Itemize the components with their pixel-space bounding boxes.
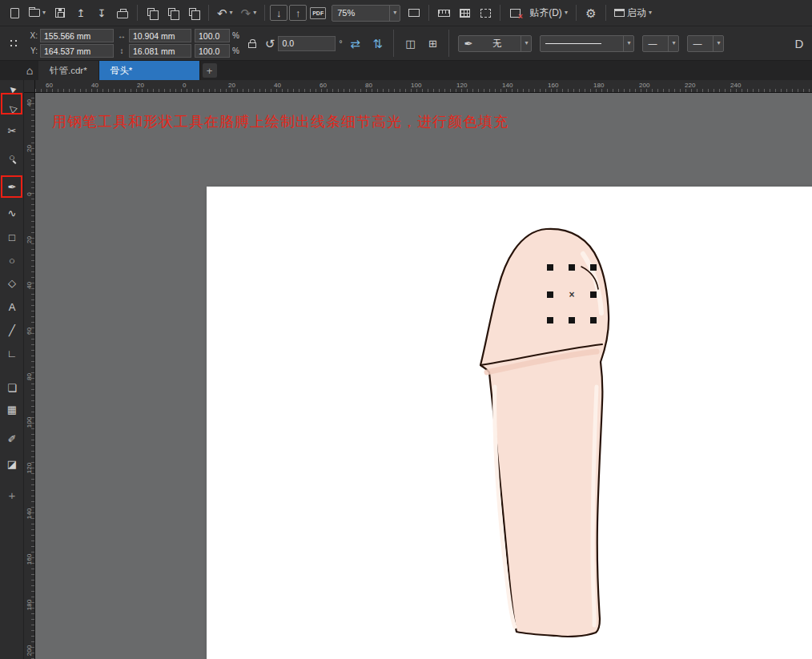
show-grid-button[interactable] bbox=[455, 2, 474, 23]
selection-handle[interactable] bbox=[547, 291, 553, 298]
crop-tool-icon: ✂ bbox=[8, 126, 17, 136]
selection-handle[interactable] bbox=[590, 291, 597, 298]
separator bbox=[428, 5, 429, 21]
crop-tool[interactable]: ✂ bbox=[0, 122, 24, 139]
copy-button[interactable] bbox=[163, 2, 183, 23]
selection-handle[interactable] bbox=[569, 264, 575, 271]
zoom-level-select[interactable]: 75%▾ bbox=[332, 5, 400, 22]
ruler-label: 20 bbox=[228, 82, 235, 89]
selection-handle[interactable] bbox=[547, 264, 553, 271]
drawing-canvas[interactable]: 用钢笔工具和形状工具在胳膊上绘制出线条细节高光，进行颜色填充 bbox=[35, 93, 812, 659]
end-arrowhead-value: — bbox=[693, 38, 701, 48]
ellipse-tool[interactable]: ○ bbox=[0, 251, 24, 269]
text-wrap-button[interactable]: D bbox=[790, 33, 809, 54]
scale-x-input[interactable]: 100.0 bbox=[195, 29, 230, 42]
open-button[interactable]: ▾ bbox=[26, 2, 49, 23]
new-document-button[interactable] bbox=[5, 2, 24, 23]
new-document-tab-button[interactable]: + bbox=[203, 63, 217, 78]
bspline-tool[interactable]: ∿ bbox=[0, 204, 24, 222]
undo-icon: ↶ bbox=[217, 7, 227, 19]
caret-icon: ▾ bbox=[713, 36, 723, 51]
selection-handle[interactable] bbox=[590, 317, 597, 323]
welcome-home-button[interactable]: ⌂ bbox=[21, 61, 38, 80]
mirror-vertical-button[interactable]: ⇅ bbox=[368, 33, 387, 54]
end-arrowhead-select[interactable]: —▾ bbox=[687, 35, 724, 52]
snap-to-label: 贴齐(D) bbox=[529, 6, 562, 20]
undo-button[interactable]: ↶▾ bbox=[214, 2, 236, 23]
print-button[interactable] bbox=[113, 2, 132, 23]
ruler-label: 20 bbox=[137, 82, 144, 89]
align-grid-button[interactable]: ⊞ bbox=[423, 33, 442, 54]
options-button[interactable]: ⚙ bbox=[581, 2, 601, 23]
text-tool[interactable]: A bbox=[0, 298, 24, 315]
launch-dropdown[interactable]: 启动▾ bbox=[611, 2, 655, 23]
line-style-sample bbox=[545, 43, 601, 44]
show-rulers-button[interactable] bbox=[434, 2, 453, 23]
ruler-horizontal[interactable]: 604020020406080100120140160180200220240 bbox=[35, 80, 812, 93]
export-dialog-button[interactable]: ↑ bbox=[289, 5, 307, 21]
selection-handle[interactable] bbox=[547, 317, 553, 323]
save-button[interactable] bbox=[50, 2, 70, 23]
publish-pdf-button[interactable]: PDF bbox=[308, 2, 328, 23]
ruler-label: 20 bbox=[26, 234, 33, 247]
ruler-vertical[interactable]: 4020020406080100120140160180200 bbox=[24, 93, 35, 659]
snap-icon bbox=[510, 9, 521, 18]
snap-to-dropdown[interactable]: 贴齐(D)▾ bbox=[526, 2, 571, 23]
pen-nib-icon: ✒ bbox=[464, 38, 472, 49]
ruler-icon bbox=[438, 10, 450, 17]
ruler-corner bbox=[24, 80, 35, 93]
import-dialog-button[interactable]: ↓ bbox=[270, 5, 287, 21]
import-button[interactable]: ↥ bbox=[71, 2, 90, 23]
drop-shadow-tool[interactable]: ❏ bbox=[0, 379, 24, 396]
zoom-tool-icon: ○ bbox=[9, 152, 15, 163]
duplicate-distance-button[interactable]: ◫ bbox=[400, 33, 420, 54]
selection-handle[interactable] bbox=[590, 264, 597, 271]
drop-shadow-tool-icon: ❏ bbox=[7, 383, 17, 393]
text-wrap-icon: D bbox=[795, 38, 804, 50]
object-origin-grid-icon[interactable] bbox=[8, 38, 20, 50]
start-arrowhead-select[interactable]: —▾ bbox=[642, 35, 679, 52]
separator bbox=[500, 5, 500, 21]
scale-y-input[interactable]: 100.0 bbox=[195, 44, 230, 58]
x-position-input[interactable]: 155.566 mm bbox=[40, 29, 114, 42]
more-tools[interactable]: + bbox=[0, 486, 24, 504]
line-style-select[interactable]: ▾ bbox=[540, 35, 634, 52]
eyedropper-tool[interactable]: ✐ bbox=[0, 430, 24, 448]
width-input[interactable]: 10.904 mm bbox=[129, 29, 191, 42]
tab-document-2[interactable]: 骨头* bbox=[99, 61, 200, 80]
selection-center-marker[interactable]: × bbox=[567, 290, 577, 299]
ruler-label: 80 bbox=[365, 82, 372, 89]
ruler-label: 200 bbox=[26, 645, 33, 657]
caret-icon: ▾ bbox=[230, 10, 233, 16]
selection-handle[interactable] bbox=[569, 317, 575, 323]
bone-shape[interactable] bbox=[480, 229, 609, 637]
y-position-input[interactable]: 164.537 mm bbox=[40, 44, 114, 58]
y-label: Y: bbox=[28, 46, 38, 55]
fullscreen-preview-button[interactable] bbox=[404, 2, 424, 23]
mirror-horizontal-icon: ⇄ bbox=[350, 38, 360, 50]
snap-off-button[interactable] bbox=[505, 2, 525, 23]
polygon-tool[interactable]: ◇ bbox=[0, 274, 24, 291]
height-input[interactable]: 16.081 mm bbox=[129, 44, 191, 58]
import-icon: ↥ bbox=[77, 8, 86, 18]
connector-tool[interactable]: ∟ bbox=[0, 344, 24, 362]
outline-width-value: 无 bbox=[492, 38, 501, 50]
bone-drawing[interactable] bbox=[207, 187, 812, 659]
outline-width-select[interactable]: ✒无▾ bbox=[458, 35, 532, 52]
document-page[interactable] bbox=[207, 187, 812, 659]
tab-document-1[interactable]: 针管.cdr* bbox=[38, 61, 99, 80]
mirror-horizontal-button[interactable]: ⇄ bbox=[345, 33, 364, 54]
cut-button[interactable] bbox=[143, 2, 162, 23]
redo-button[interactable]: ↷▾ bbox=[238, 2, 260, 23]
lock-ratio-button[interactable] bbox=[243, 33, 262, 54]
zoom-tool[interactable]: ○ bbox=[0, 148, 24, 166]
transparency-tool[interactable]: ▦ bbox=[0, 400, 24, 418]
dimension-tool[interactable]: ╱ bbox=[0, 321, 24, 339]
print-icon bbox=[117, 11, 128, 18]
rotation-angle-input[interactable]: 0.0 bbox=[278, 36, 336, 51]
show-guidelines-button[interactable] bbox=[476, 2, 495, 23]
paste-button[interactable] bbox=[184, 2, 203, 23]
interactive-fill-tool[interactable]: ◪ bbox=[0, 455, 24, 472]
export-button[interactable]: ↧ bbox=[92, 2, 111, 23]
rectangle-tool[interactable]: □ bbox=[0, 228, 24, 246]
